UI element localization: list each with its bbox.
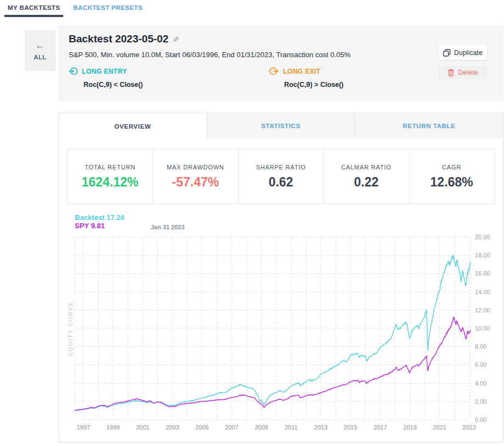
- stat-label: CAGR: [442, 164, 461, 170]
- chart-legend: Backtest 17.24 SPY 9.81 Jan 31 2023: [64, 213, 500, 234]
- page-title: Backtest 2023-05-02✎: [69, 33, 179, 45]
- stat-max-drawdown: MAX DRAWDOWN -57.47%: [153, 149, 238, 204]
- backtest-subtitle: S&P 500, Min. volume 10.0M, Start 06/03/…: [69, 51, 351, 59]
- stat-value: 1624.12%: [81, 175, 139, 190]
- svg-text:2021: 2021: [433, 424, 446, 431]
- svg-text:10.00: 10.00: [475, 325, 490, 332]
- back-arrow-icon: ←: [36, 41, 45, 50]
- duplicate-label: Duplicate: [454, 49, 483, 57]
- equity-curve-plot: 0.002.004.006.008.0010.0012.0014.0016.00…: [64, 234, 500, 436]
- backtest-header-card: Backtest 2023-05-02✎ S&P 500, Min. volum…: [58, 25, 503, 101]
- stat-label: CALMAR RATIO: [341, 164, 391, 170]
- stat-value: 0.22: [354, 175, 379, 190]
- svg-text:2017: 2017: [374, 424, 387, 431]
- stat-label: TOTAL RETURN: [85, 164, 136, 170]
- long-exit-block: LONG EXIT Roc(C,9) > Close(): [269, 67, 344, 89]
- cursor-date-label: Jan 31 2023: [151, 224, 185, 230]
- svg-text:2013: 2013: [314, 424, 328, 431]
- stat-sharpe-ratio: SHARPE RATIO 0.62: [239, 149, 324, 204]
- svg-text:1999: 1999: [106, 424, 119, 431]
- long-entry-icon: [69, 67, 78, 76]
- tab-overview[interactable]: OVERVIEW: [58, 113, 207, 139]
- svg-text:1997: 1997: [76, 424, 90, 431]
- overview-panel: TOTAL RETURN 1624.12% MAX DRAWDOWN -57.4…: [58, 139, 503, 443]
- stat-value: 12.68%: [430, 175, 473, 190]
- long-exit-rule: Roc(C,9) > Close(): [284, 81, 344, 89]
- svg-text:4.00: 4.00: [475, 380, 486, 387]
- section-tabs: OVERVIEW STATISTICS RETURN TABLE: [58, 113, 503, 139]
- svg-text:2015: 2015: [344, 424, 357, 431]
- svg-text:0.00: 0.00: [475, 416, 486, 423]
- duplicate-icon: [443, 49, 451, 57]
- stats-row: TOTAL RETURN 1624.12% MAX DRAWDOWN -57.4…: [67, 149, 495, 204]
- duplicate-button[interactable]: Duplicate: [439, 45, 487, 60]
- stat-value: -57.47%: [172, 175, 219, 190]
- tab-backtest-presets[interactable]: BACKTEST PRESETS: [70, 0, 146, 17]
- long-entry-label: LONG ENTRY: [82, 68, 127, 75]
- tab-return-table[interactable]: RETURN TABLE: [355, 113, 503, 139]
- svg-text:2001: 2001: [136, 424, 149, 431]
- svg-text:2.00: 2.00: [475, 398, 486, 405]
- svg-text:18.00: 18.00: [475, 252, 490, 258]
- svg-text:2023: 2023: [463, 424, 476, 431]
- long-entry-rule: Roc(C,9) < Close(): [84, 81, 143, 89]
- y-axis-title: EQUITY CURVE: [67, 290, 74, 367]
- stat-cagr: CAGR 12.68%: [409, 149, 495, 204]
- back-to-all-button[interactable]: ← ALL: [25, 30, 56, 71]
- stat-calmar-ratio: CALMAR RATIO 0.22: [324, 149, 409, 204]
- long-exit-label: LONG EXIT: [283, 68, 320, 75]
- stat-value: 0.62: [269, 175, 293, 190]
- svg-text:2019: 2019: [403, 424, 417, 431]
- edit-pencil-icon[interactable]: ✎: [173, 35, 179, 44]
- delete-label: Delete: [458, 69, 478, 76]
- svg-text:2009: 2009: [254, 424, 268, 431]
- tab-statistics[interactable]: STATISTICS: [207, 113, 356, 139]
- long-entry-block: LONG ENTRY Roc(C,9) < Close(): [69, 67, 143, 89]
- svg-text:20.00: 20.00: [475, 234, 490, 240]
- svg-text:2007: 2007: [225, 424, 238, 431]
- legend-backtest: Backtest 17.24: [75, 213, 500, 222]
- svg-text:2005: 2005: [195, 424, 208, 431]
- svg-text:16.00: 16.00: [475, 270, 490, 277]
- svg-text:6.00: 6.00: [475, 361, 486, 368]
- svg-text:8.00: 8.00: [475, 343, 486, 350]
- equity-curve-chart: EQUITY CURVE Backtest 17.24 SPY 9.81 Jan…: [64, 213, 500, 439]
- svg-text:2003: 2003: [165, 424, 179, 431]
- long-exit-icon: [269, 67, 279, 76]
- stat-label: MAX DRAWDOWN: [167, 164, 224, 170]
- delete-button[interactable]: Delete: [439, 65, 487, 79]
- legend-spy: SPY 9.81: [75, 222, 500, 230]
- trash-icon: [447, 69, 455, 76]
- svg-text:14.00: 14.00: [475, 289, 490, 295]
- top-tab-bar: MY BACKTESTS BACKTEST PRESETS: [0, 0, 504, 17]
- tab-my-backtests[interactable]: MY BACKTESTS: [4, 0, 63, 17]
- svg-text:2011: 2011: [285, 424, 298, 431]
- backtest-title-text: Backtest 2023-05-02: [69, 33, 169, 45]
- stat-total-return: TOTAL RETURN 1624.12%: [67, 149, 153, 204]
- svg-text:12.00: 12.00: [475, 307, 490, 313]
- stat-label: SHARPE RATIO: [256, 164, 306, 170]
- back-label: ALL: [34, 54, 47, 60]
